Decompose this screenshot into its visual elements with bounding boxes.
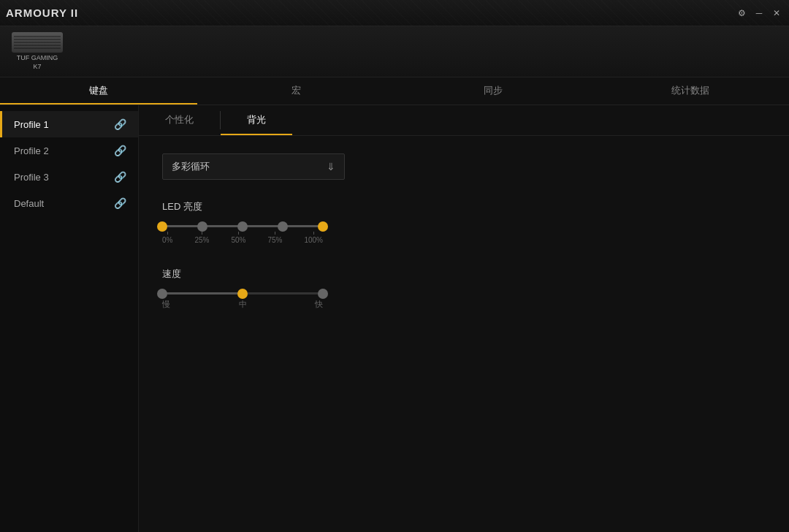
sub-tab-personalize[interactable]: 个性化 bbox=[139, 105, 220, 135]
lighting-mode-dropdown-wrapper: 多彩循环 ⇓ bbox=[162, 153, 766, 180]
brightness-thumb-0 bbox=[157, 221, 167, 232]
sidebar-item-profile2[interactable]: Profile 2 🔗 bbox=[0, 137, 138, 164]
brightness-slider-container: 0% 25% 50% bbox=[162, 225, 323, 244]
minimize-button[interactable]: ─ bbox=[752, 7, 766, 20]
speed-markers: 慢 中 快 bbox=[162, 299, 323, 310]
app-title: ARMOURY II bbox=[6, 7, 78, 19]
nav-tab-keyboard[interactable]: 键盘 bbox=[0, 77, 197, 104]
brightness-track[interactable] bbox=[162, 225, 323, 227]
link-icon-profile3: 🔗 bbox=[114, 171, 126, 183]
sidebar-item-profile3[interactable]: Profile 3 🔗 bbox=[0, 164, 138, 190]
marker-0: 0% bbox=[162, 232, 172, 244]
content-area: Profile 1 🔗 Profile 2 🔗 Profile 3 🔗 Defa… bbox=[0, 105, 789, 532]
marker-100: 100% bbox=[304, 232, 323, 244]
dropdown-arrow-icon: ⇓ bbox=[327, 161, 335, 172]
sidebar-item-profile1[interactable]: Profile 1 🔗 bbox=[0, 111, 138, 137]
sub-tabs: 个性化 背光 bbox=[139, 105, 789, 136]
sub-tab-backlight[interactable]: 背光 bbox=[221, 105, 292, 135]
lighting-mode-dropdown[interactable]: 多彩循环 ⇓ bbox=[162, 153, 345, 180]
speed-section: 速度 慢 中 快 bbox=[162, 267, 766, 310]
sidebar: Profile 1 🔗 Profile 2 🔗 Profile 3 🔗 Defa… bbox=[0, 105, 139, 532]
speed-marker-fast: 快 bbox=[315, 299, 323, 310]
brightness-label: LED 亮度 bbox=[162, 200, 766, 213]
nav-tab-sync[interactable]: 同步 bbox=[394, 77, 592, 104]
device-icon-area: TUF GAMINGK7 bbox=[12, 32, 63, 71]
marker-50: 50% bbox=[231, 232, 245, 244]
device-header: TUF GAMINGK7 bbox=[0, 26, 789, 77]
speed-track[interactable] bbox=[162, 292, 323, 294]
device-name: TUF GAMINGK7 bbox=[17, 54, 58, 71]
brightness-thumb-50 bbox=[237, 221, 248, 232]
titlebar: ARMOURY II ⚙ ─ ✕ bbox=[0, 0, 789, 26]
settings-icon[interactable]: ⚙ bbox=[735, 7, 748, 20]
nav-tab-macro[interactable]: 宏 bbox=[197, 77, 394, 104]
marker-25: 25% bbox=[194, 232, 209, 244]
speed-marker-slow: 慢 bbox=[162, 299, 170, 310]
speed-thumb-medium[interactable] bbox=[237, 289, 248, 299]
nav-tab-stats[interactable]: 统计数据 bbox=[592, 77, 789, 104]
speed-label: 速度 bbox=[162, 267, 766, 281]
titlebar-controls: ⚙ ─ ✕ bbox=[735, 7, 783, 20]
brightness-thumb-75 bbox=[278, 221, 288, 232]
link-icon-profile2: 🔗 bbox=[114, 145, 126, 156]
link-icon-profile1: 🔗 bbox=[114, 118, 126, 130]
marker-75: 75% bbox=[267, 232, 282, 244]
link-icon-default: 🔗 bbox=[114, 197, 126, 209]
brightness-thumb-25 bbox=[197, 221, 207, 232]
speed-marker-medium: 中 bbox=[239, 299, 247, 310]
device-keyboard-icon bbox=[12, 32, 63, 53]
panel-content: 多彩循环 ⇓ LED 亮度 bbox=[139, 136, 789, 351]
nav-tabs: 键盘 宏 同步 统计数据 bbox=[0, 77, 789, 105]
speed-thumb-fast bbox=[318, 289, 328, 299]
close-button[interactable]: ✕ bbox=[770, 7, 783, 20]
speed-fill bbox=[162, 292, 243, 294]
speed-thumb-slow bbox=[157, 289, 167, 299]
sidebar-item-default[interactable]: Default 🔗 bbox=[0, 190, 138, 216]
speed-slider-container: 慢 中 快 bbox=[162, 292, 323, 310]
main-panel: 个性化 背光 多彩循环 ⇓ LED 亮度 bbox=[139, 105, 789, 532]
brightness-section: LED 亮度 0% bbox=[162, 200, 766, 244]
brightness-thumb-100[interactable] bbox=[318, 221, 328, 232]
brightness-markers: 0% 25% 50% bbox=[162, 232, 323, 244]
